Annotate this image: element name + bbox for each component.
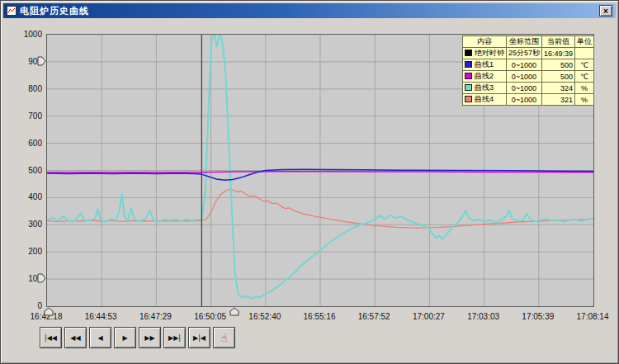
close-icon: × [603,7,608,16]
legend-row: 曲线20~1000500℃ [462,71,593,83]
y-axis-label: 300 [1,220,42,229]
legend-value-cell: 500 [541,59,574,71]
x-axis-label: 16:52:40 [248,312,281,321]
close-button[interactable]: × [599,5,612,17]
x-axis: 16:42:1816:44:5316:47:2916:50:0516:52:40… [1,312,619,322]
x-axis-label: 17:05:39 [522,312,554,321]
x-axis-label: 17:08:14 [577,312,609,321]
playback-toolbar: |◀◀◀◀◀▶▶▶▶▶|▶|◀☝ [40,327,235,348]
fast-rewind-button[interactable]: ◀◀ [64,327,87,348]
x-axis-label: 17:00:27 [413,312,445,321]
legend-value-cell: 16:49:39 [541,48,574,59]
step-forward-button[interactable]: ▶ [114,327,136,348]
cursor-pair-button[interactable]: ▶|◀ [188,327,210,348]
x-axis-label: 17:03:03 [467,312,499,321]
y-axis-label: 700 [1,111,42,121]
step-back-button[interactable]: ◀ [89,327,111,348]
legend-range-cell: 0~1000 [506,83,541,94]
y-cursor-marker[interactable] [37,273,46,283]
x-axis-label: 16:50:05 [194,312,226,321]
x-axis-label: 16:55:16 [304,312,336,321]
jump-start-button[interactable]: |◀◀ [40,327,62,348]
legend-name-cell: 曲线2 [462,71,506,83]
legend-name-cell: 绝对时钟 [462,48,506,59]
y-axis-label: 100 [1,274,42,283]
y-cursor-marker[interactable] [37,56,46,66]
hand-button[interactable]: ☝ [213,327,235,348]
legend-row: 曲线10~1000500℃ [462,59,593,71]
x-cursor-marker[interactable] [44,307,54,316]
x-cursor-marker[interactable] [229,307,239,316]
legend-unit-cell: ℃ [575,71,594,83]
legend-value-cell: 500 [541,71,574,83]
legend-row: 曲线30~1000324% [462,83,593,94]
legend-header: 单位 [575,36,594,48]
legend-row: 绝对时钟25分57秒16:49:39 [462,48,593,59]
legend-range-cell: 0~1000 [506,94,541,106]
y-axis-label: 800 [1,84,42,93]
legend-header: 内容 [462,36,506,48]
legend-unit-cell [575,48,594,59]
legend-header: 坐标范围 [506,36,541,48]
legend-color-swatch [465,73,472,79]
legend-unit-cell: % [575,83,594,94]
x-axis-label: 16:57:52 [358,312,390,321]
legend-item-name: 曲线2 [475,72,494,80]
legend-color-swatch [465,96,472,102]
y-axis-label: 0 [1,301,42,310]
y-axis-label: 400 [1,192,42,201]
legend-name-cell: 曲线3 [462,83,506,94]
y-axis-label: 600 [1,139,42,148]
legend-color-swatch [465,50,472,56]
y-axis-label: 900 [1,57,42,66]
x-axis-label: 16:44:53 [85,312,117,321]
jump-end-button[interactable]: ▶▶| [163,327,186,348]
legend-item-name: 曲线1 [475,60,494,69]
titlebar[interactable]: 电阻炉历史曲线 × [3,3,616,18]
window-title: 电阻炉历史曲线 [20,5,89,17]
legend-item-name: 曲线3 [475,83,494,92]
y-axis-label: 1000 [1,30,42,39]
legend-color-swatch [465,84,472,91]
legend-name-cell: 曲线1 [462,59,506,71]
legend-header: 当前值 [541,36,574,48]
legend-item-name: 绝对时钟 [475,49,504,57]
legend-unit-cell: % [575,94,594,106]
legend-range-cell: 0~1000 [506,59,541,71]
window-icon [7,6,17,16]
legend-color-swatch [465,61,472,68]
y-axis-label: 500 [1,166,42,175]
legend-value-cell: 321 [541,94,574,106]
legend-row: 曲线40~1000321% [462,94,593,106]
x-axis-label: 16:47:29 [139,312,172,321]
legend-item-name: 曲线4 [475,95,494,103]
legend-value-cell: 324 [541,83,574,94]
legend-range-cell: 25分57秒 [506,48,541,59]
legend-unit-cell: ℃ [575,59,594,71]
legend-range-cell: 0~1000 [506,71,541,83]
legend-table: 内容坐标范围当前值单位 绝对时钟25分57秒16:49:39曲线10~10005… [462,35,594,106]
y-axis-label: 200 [1,247,42,256]
app-window: 电阻炉历史曲线 × 010020030040050060070080090010… [0,0,619,364]
fast-forward-button[interactable]: ▶▶ [139,327,161,348]
legend-name-cell: 曲线4 [462,94,506,106]
